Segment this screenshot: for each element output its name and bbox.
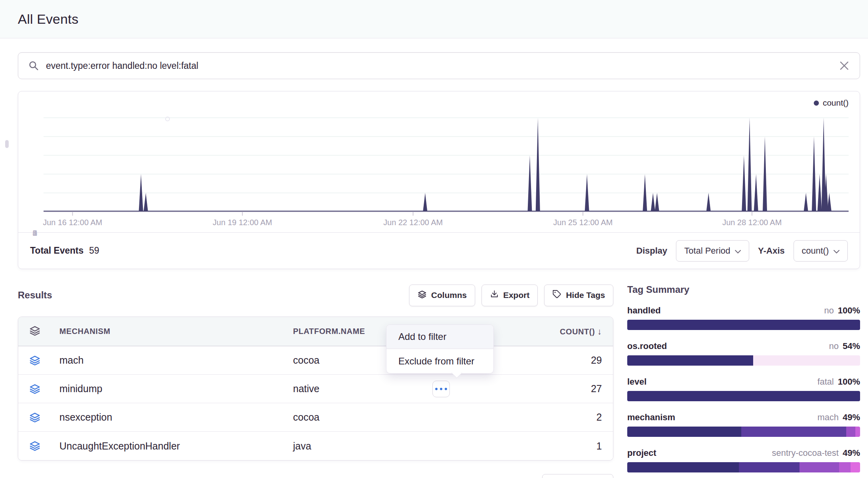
tag-name: os.rooted	[627, 341, 667, 351]
hide-tags-button[interactable]: Hide Tags	[544, 285, 613, 306]
columns-button[interactable]: Columns	[409, 285, 475, 306]
x-axis-labels: Jun 16 12:00 AMJun 19 12:00 AMJun 22 12:…	[44, 216, 849, 228]
tag-distribution-bar[interactable]	[627, 320, 860, 330]
tag-bar-segment[interactable]	[753, 355, 860, 366]
resize-handle[interactable]	[5, 140, 9, 148]
layers-icon	[18, 412, 51, 423]
tag-bar-segment[interactable]	[741, 427, 846, 437]
tag-top-value: fatal	[817, 377, 834, 387]
legend-item-count[interactable]: count()	[814, 98, 849, 108]
tag-bar-segment[interactable]	[627, 427, 741, 437]
column-header-count[interactable]: COUNT()↓	[486, 326, 613, 337]
table-row[interactable]: machcocoa29	[18, 346, 613, 375]
cell-platform[interactable]: cocoa	[285, 412, 486, 423]
layers-icon	[417, 290, 427, 301]
tag-top-value: mach	[817, 412, 839, 423]
chart-area: count() Jun 16 12:00 AMJun 19 12:00 AMJu…	[18, 91, 860, 232]
search-bar[interactable]: event.type:error handled:no level:fatal	[18, 52, 860, 79]
tag-distribution-bar[interactable]	[627, 427, 860, 437]
cell-count[interactable]: 27	[486, 383, 613, 395]
results-heading: Results	[18, 290, 52, 301]
pagination-buttons[interactable]	[542, 474, 613, 478]
tag-percent: 100%	[838, 377, 860, 387]
display-dropdown[interactable]: Total Period	[676, 240, 749, 262]
table-row[interactable]: UncaughtExceptionHandlerjava1	[18, 432, 613, 460]
cell-mechanism[interactable]: nsexception	[51, 412, 285, 423]
events-time-series-chart	[44, 109, 849, 216]
results-table: MECHANISM PLATFORM.NAME COUNT()↓ machcoc…	[18, 317, 613, 461]
total-events-label: Total Events	[30, 245, 84, 256]
tag-distribution-bar[interactable]	[627, 462, 860, 472]
chevron-down-icon	[735, 246, 741, 256]
tag-entry-level: levelfatal100%	[627, 377, 860, 401]
tag-summary-panel: Tag Summary handledno100%os.rootedno54%l…	[627, 284, 860, 478]
tag-distribution-bar[interactable]	[627, 355, 860, 366]
columns-button-label: Columns	[431, 290, 467, 300]
hide-tags-button-label: Hide Tags	[566, 290, 605, 300]
cell-count[interactable]: 29	[486, 355, 613, 366]
yaxis-dropdown[interactable]: count()	[794, 240, 848, 262]
search-input[interactable]: event.type:error handled:no level:fatal	[46, 61, 832, 71]
total-events: Total Events 59	[30, 245, 99, 256]
tag-name: handled	[627, 305, 661, 316]
column-header-mechanism[interactable]: MECHANISM	[51, 327, 285, 336]
page-title: All Events	[18, 11, 78, 27]
x-axis-tick-label: Jun 28 12:00 AM	[722, 218, 782, 227]
tag-name: mechanism	[627, 412, 675, 423]
cell-count[interactable]: 2	[486, 412, 613, 423]
tag-bar-segment[interactable]	[627, 355, 753, 366]
tag-name: project	[627, 448, 656, 458]
tag-bar-segment[interactable]	[739, 462, 799, 472]
tag-bar-segment[interactable]	[627, 462, 739, 472]
cell-platform[interactable]: native	[285, 383, 486, 395]
tag-bar-segment[interactable]	[627, 320, 860, 330]
menu-item-exclude-from-filter[interactable]: Exclude from filter	[386, 349, 493, 373]
table-body: machcocoa29 minidumpnative27 nsexception…	[18, 346, 613, 460]
tag-bar-segment[interactable]	[839, 462, 851, 472]
layers-icon	[18, 355, 51, 366]
cell-mechanism[interactable]: minidump	[51, 383, 285, 395]
clear-search-icon[interactable]	[839, 61, 849, 71]
tag-summary-heading: Tag Summary	[627, 284, 860, 295]
tag-bar-segment[interactable]	[851, 462, 860, 472]
export-button[interactable]: Export	[482, 285, 538, 306]
legend-dot	[814, 101, 819, 106]
cell-actions-button[interactable]	[432, 381, 450, 397]
table-header-row: MECHANISM PLATFORM.NAME COUNT()↓	[18, 317, 613, 346]
results-section: Results Columns	[18, 284, 613, 478]
total-events-value: 59	[89, 245, 99, 256]
tag-entry-project: projectsentry-cocoa-test49%	[627, 448, 860, 472]
table-row[interactable]: minidumpnative27	[18, 375, 613, 403]
menu-item-add-to-filter[interactable]: Add to filter	[386, 325, 493, 349]
cell-mechanism[interactable]: UncaughtExceptionHandler	[51, 440, 285, 452]
x-axis-tick-label: Jun 25 12:00 AM	[553, 218, 613, 227]
tag-bar-segment[interactable]	[627, 391, 860, 401]
layers-icon	[29, 325, 41, 338]
tag-entry-os.rooted: os.rootedno54%	[627, 341, 860, 366]
tag-distribution-bar[interactable]	[627, 391, 860, 401]
x-axis-tick-label: Jun 19 12:00 AM	[213, 218, 272, 227]
tag-bar-segment[interactable]	[855, 427, 860, 437]
stack-column-icon[interactable]	[18, 325, 51, 338]
tag-percent: 49%	[843, 412, 860, 423]
chart-footer: Total Events 59 Display Total Period Y-A…	[18, 232, 860, 269]
yaxis-label: Y-Axis	[758, 246, 784, 256]
chart-legend: count()	[44, 97, 849, 109]
cell-platform[interactable]: java	[285, 440, 486, 452]
tag-bar-segment[interactable]	[846, 427, 856, 437]
download-icon	[490, 290, 499, 301]
export-button-label: Export	[503, 290, 530, 300]
tag-icon	[552, 290, 562, 301]
tag-name: level	[627, 377, 647, 387]
cell-count[interactable]: 1	[486, 440, 613, 452]
x-axis-tick-label: Jun 22 12:00 AM	[383, 218, 443, 227]
tag-bar-segment[interactable]	[799, 462, 839, 472]
main-content: event.type:error handled:no level:fatal …	[0, 52, 868, 478]
tag-top-value: no	[824, 305, 834, 316]
page-header: All Events	[0, 0, 868, 38]
cell-mechanism[interactable]: mach	[51, 355, 285, 366]
table-row[interactable]: nsexceptioncocoa2	[18, 403, 613, 432]
search-icon	[29, 61, 39, 71]
yaxis-dropdown-value: count()	[802, 246, 829, 256]
display-dropdown-value: Total Period	[684, 246, 730, 256]
